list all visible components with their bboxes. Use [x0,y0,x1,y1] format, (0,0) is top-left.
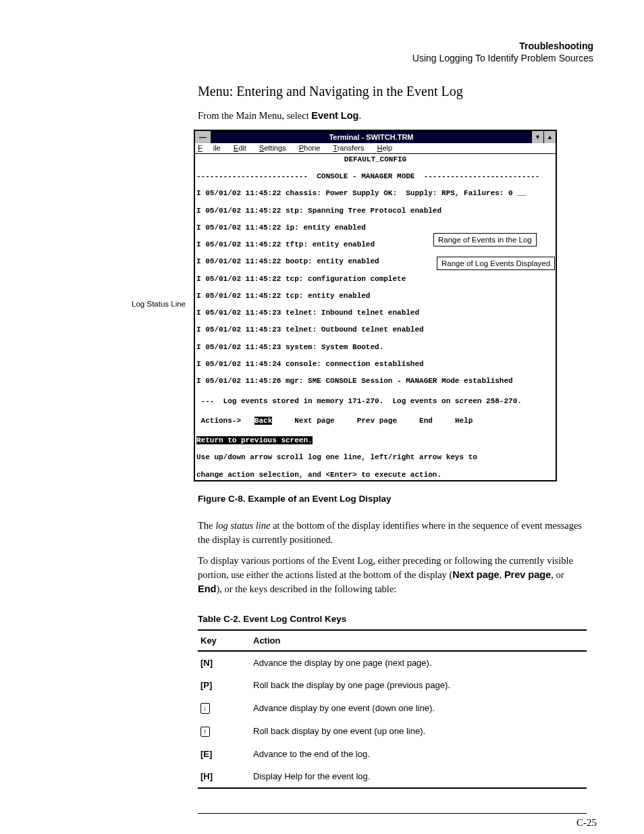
paragraph-1: The log status line at the bottom of the… [198,519,587,547]
log-line: I 05/01/02 11:45:22 tcp: entity enabled [196,292,554,301]
intro-bold: Event Log [311,110,358,121]
bold-end: End [198,583,216,594]
minimize-button[interactable]: ▼ [531,131,543,143]
header-title: Troubleshooting [41,41,593,51]
key-cell: [H] [198,765,250,788]
key-cell: [N] [198,651,250,674]
action-cell: Roll back display by one event (up one l… [250,720,587,743]
maximize-button[interactable]: ▲ [543,131,556,143]
log-line: I 05/01/02 11:45:23 telnet: Outbound tel… [196,325,554,334]
key-cell: ↑ [198,720,250,743]
log-line: I 05/01/02 11:45:22 stp: Spanning Tree P… [196,207,554,215]
table-row: ↑ Roll back display by one event (up one… [198,720,587,743]
log-line: I 05/01/02 11:45:22 ip: entity enabled [196,224,554,232]
mode-line: ------------------------- CONSOLE - MANA… [196,172,554,181]
log-line: I 05/01/02 11:45:22 chassis: Power Suppl… [196,189,554,198]
sysmenu-icon[interactable]: — [195,131,211,143]
terminal-window: — Terminal - SWITCH.TRM ▼ ▲ File Edit Se… [194,130,557,481]
bold-next-page: Next page [452,569,499,580]
key-cell: [P] [198,674,250,696]
callout-range-in-log: Range of Events in the Log [433,233,537,246]
page-number: C-25 [576,817,597,829]
back-action[interactable]: Back [254,417,272,425]
em-log-status-line: log status line [215,520,270,531]
col-header-key: Key [198,630,250,651]
footer-hint: change action selection, and <Enter> to … [196,471,554,479]
bold-prev-page: Prev page [504,569,551,580]
action-cell: Roll back the display by one page (previ… [250,674,587,696]
intro-pre: From the Main Menu, select [198,110,311,121]
key-cell: ↓ [198,696,250,719]
log-line: I 05/01/02 11:45:22 tcp: configuration c… [196,275,554,284]
menu-edit[interactable]: Edit [234,144,246,152]
bottom-rule [198,813,587,814]
actions-line: Actions-> Back Next page Prev page End H… [196,417,554,425]
log-line: I 05/01/02 11:45:24 console: connection … [196,360,554,369]
col-header-action: Action [250,630,587,651]
action-cell: Display Help for the event log. [250,765,587,788]
intro-paragraph: From the Main Menu, select Event Log. [198,109,587,123]
header-sub: Using Logging To Identify Problem Source… [41,53,593,63]
intro-post: . [358,110,361,121]
config-line: DEFAULT_CONFIG [196,155,554,164]
footer-hint: Return to previous screen. [196,436,313,444]
action-cell: Advance the display by one page (next pa… [250,651,587,674]
terminal-title: Terminal - SWITCH.TRM [211,133,531,142]
action-cell: Advance display by one event (down one l… [250,696,587,719]
log-line: I 05/01/02 11:45:26 mgr: SME CONSOLE Ses… [196,377,554,386]
log-line: I 05/01/02 11:45:23 telnet: Inbound teln… [196,309,554,317]
up-arrow-icon: ↑ [200,727,210,737]
event-log-keys-table: Key Action [N] Advance the display by on… [198,629,587,788]
log-line: I 05/01/02 11:45:23 system: System Boote… [196,343,554,352]
terminal-figure: Log Status Line Range of Events in the L… [194,130,587,481]
figure-caption: Figure C-8. Example of an Event Log Disp… [198,494,587,504]
down-arrow-icon: ↓ [200,703,210,713]
table-row: [N] Advance the display by one page (nex… [198,651,587,674]
menu-transfers[interactable]: Transfers [333,144,364,152]
menu-file[interactable]: File [198,144,221,152]
menu-help[interactable]: Help [377,144,392,152]
terminal-menubar: File Edit Settings Phone Transfers Help [195,143,556,154]
menu-settings[interactable]: Settings [259,144,286,152]
table-row: [H] Display Help for the event log. [198,765,587,788]
table-row: [P] Roll back the display by one page (p… [198,674,587,696]
status-line: --- Log events stored in memory 171-270.… [196,397,554,406]
action-cell: Advance to the end of the log. [250,743,587,765]
callout-range-displayed: Range of Log Events Displayed [437,257,555,270]
menu-phone[interactable]: Phone [299,144,321,152]
side-callout-log-status: Log Status Line [105,300,186,308]
paragraph-2: To display various portions of the Event… [198,554,587,596]
table-row: [E] Advance to the end of the log. [198,743,587,765]
footer-hint: Use up/down arrow scroll log one line, l… [196,453,554,462]
key-cell: [E] [198,743,250,765]
terminal-titlebar: — Terminal - SWITCH.TRM ▼ ▲ [195,131,556,143]
table-caption: Table C-2. Event Log Control Keys [198,614,587,624]
table-row: ↓ Advance display by one event (down one… [198,696,587,719]
terminal-body: DEFAULT_CONFIG -------------------------… [195,154,556,481]
section-heading: Menu: Entering and Navigating in the Eve… [198,84,587,99]
